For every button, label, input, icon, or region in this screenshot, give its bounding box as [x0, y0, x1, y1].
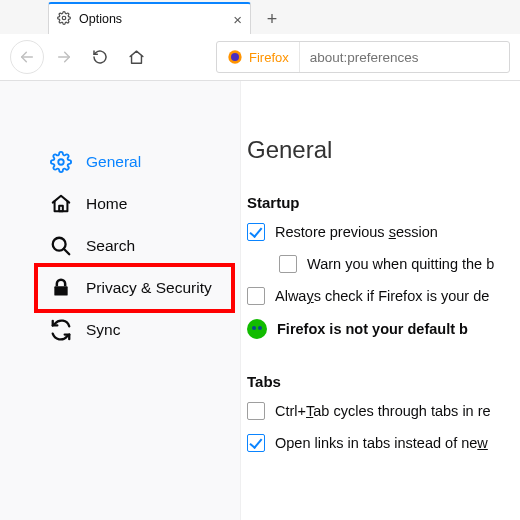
svg-point-4	[231, 53, 239, 61]
section-startup-heading: Startup	[247, 194, 520, 211]
preferences-sidebar: General Home Search Privacy & Security	[0, 81, 240, 520]
checkbox-ctrl-tab[interactable]: Ctrl+Tab cycles through tabs in re	[247, 402, 520, 420]
page-title: General	[247, 136, 520, 164]
notice-text: Firefox is not your default b	[277, 321, 468, 337]
svg-point-5	[58, 159, 64, 165]
sidebar-item-search[interactable]: Search	[0, 225, 240, 267]
checkbox-icon	[247, 287, 265, 305]
nav-toolbar: Firefox about:preferences	[0, 34, 520, 81]
sidebar-item-privacy[interactable]: Privacy & Security	[0, 267, 240, 309]
home-button[interactable]	[120, 41, 152, 73]
url-text: about:preferences	[300, 50, 429, 65]
checkbox-icon	[247, 434, 265, 452]
lock-icon	[50, 277, 72, 299]
forward-button[interactable]	[48, 41, 80, 73]
checkbox-label: Ctrl+Tab cycles through tabs in re	[275, 403, 491, 419]
sidebar-item-sync[interactable]: Sync	[0, 309, 240, 351]
svg-rect-9	[54, 286, 67, 295]
checkbox-warn-quit[interactable]: Warn you when quitting the b	[279, 255, 520, 273]
sidebar-item-home[interactable]: Home	[0, 183, 240, 225]
sidebar-item-label: Sync	[86, 321, 120, 339]
tab-title: Options	[79, 12, 225, 26]
gear-icon	[50, 151, 72, 173]
reload-button[interactable]	[84, 41, 116, 73]
checkbox-label: Warn you when quitting the b	[307, 256, 494, 272]
site-identity[interactable]: Firefox	[217, 42, 300, 72]
gear-icon	[57, 11, 71, 28]
svg-line-8	[64, 249, 70, 255]
checkbox-label: Open links in tabs instead of new	[275, 435, 488, 451]
tab-strip: Options × +	[0, 0, 520, 34]
sidebar-item-general[interactable]: General	[0, 141, 240, 183]
browser-tab[interactable]: Options ×	[48, 2, 251, 34]
checkbox-label: Always check if Firefox is your de	[275, 288, 489, 304]
sync-icon	[50, 319, 72, 341]
svg-point-0	[62, 16, 66, 20]
checkbox-default-check[interactable]: Always check if Firefox is your de	[247, 287, 520, 305]
preferences-main: General Startup Restore previous session…	[240, 81, 520, 520]
sad-face-icon	[247, 319, 267, 339]
sidebar-item-label: Search	[86, 237, 135, 255]
svg-rect-6	[59, 206, 63, 212]
firefox-icon	[227, 49, 243, 65]
section-tabs-heading: Tabs	[247, 373, 520, 390]
checkbox-icon	[247, 402, 265, 420]
back-button[interactable]	[10, 40, 44, 74]
checkbox-open-links-tabs[interactable]: Open links in tabs instead of new	[247, 434, 520, 452]
new-tab-button[interactable]: +	[257, 4, 287, 34]
checkbox-icon	[279, 255, 297, 273]
sidebar-item-label: General	[86, 153, 141, 171]
sidebar-item-label: Home	[86, 195, 127, 213]
default-browser-notice: Firefox is not your default b	[247, 319, 520, 339]
checkbox-restore-session[interactable]: Restore previous session	[247, 223, 520, 241]
url-bar[interactable]: Firefox about:preferences	[216, 41, 510, 73]
close-tab-icon[interactable]: ×	[233, 12, 242, 27]
home-icon	[50, 193, 72, 215]
identity-label: Firefox	[249, 50, 289, 65]
checkbox-label: Restore previous session	[275, 224, 438, 240]
checkbox-icon	[247, 223, 265, 241]
sidebar-item-label: Privacy & Security	[86, 279, 212, 297]
search-icon	[50, 235, 72, 257]
preferences-content: General Home Search Privacy & Security	[0, 81, 520, 520]
